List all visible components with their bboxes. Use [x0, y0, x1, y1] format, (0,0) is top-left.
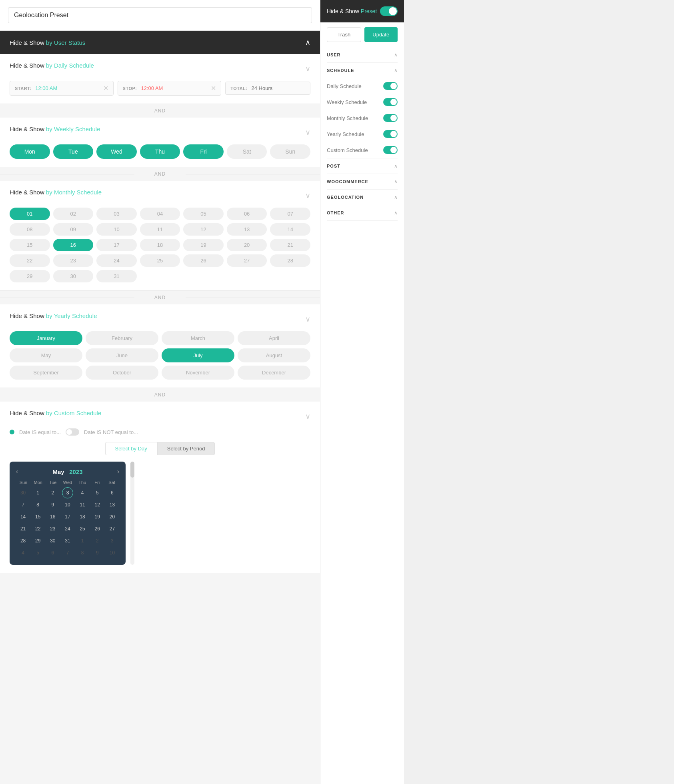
- nav-section-other[interactable]: OTHER∧: [320, 205, 404, 220]
- monthly-schedule-collapse-icon[interactable]: ∨: [305, 191, 310, 200]
- cal-cell-11[interactable]: 11: [77, 499, 88, 510]
- month-day-btn-13[interactable]: 13: [227, 223, 267, 236]
- cal-cell-25[interactable]: 25: [77, 523, 88, 534]
- preset-toggle-switch[interactable]: [380, 6, 398, 16]
- nav-item-toggle-weekly-schedule[interactable]: [383, 98, 398, 106]
- cal-cell-15[interactable]: 15: [32, 511, 44, 522]
- cal-cell-20[interactable]: 20: [106, 511, 118, 522]
- year-month-btn-september[interactable]: September: [10, 366, 82, 380]
- cal-cell-17[interactable]: 17: [62, 511, 73, 522]
- nav-item-toggle-monthly-schedule[interactable]: [383, 114, 398, 122]
- month-day-btn-27[interactable]: 27: [227, 254, 267, 267]
- nav-section-woocommerce[interactable]: WOOCOMMERCE∧: [320, 174, 404, 189]
- month-day-btn-15[interactable]: 15: [10, 239, 50, 251]
- cal-cell-31[interactable]: 31: [62, 535, 73, 546]
- nav-section-user[interactable]: USER∧: [320, 47, 404, 62]
- day-btn-mon[interactable]: Mon: [10, 144, 50, 159]
- cal-cell-3[interactable]: 3: [106, 535, 118, 546]
- nav-item-toggle-yearly-schedule[interactable]: [383, 130, 398, 138]
- stop-clear-icon[interactable]: ✕: [211, 84, 216, 92]
- calendar-scrollbar[interactable]: [130, 462, 134, 565]
- cal-cell-9[interactable]: 9: [92, 547, 103, 558]
- nav-section-post[interactable]: POST∧: [320, 158, 404, 174]
- month-day-btn-18[interactable]: 18: [140, 239, 180, 251]
- month-day-btn-05[interactable]: 05: [183, 208, 224, 220]
- year-month-btn-march[interactable]: March: [162, 331, 234, 345]
- cal-cell-21[interactable]: 21: [18, 523, 29, 534]
- weekly-schedule-collapse-icon[interactable]: ∨: [305, 128, 310, 137]
- cal-cell-1[interactable]: 1: [77, 535, 88, 546]
- month-day-btn-12[interactable]: 12: [183, 223, 224, 236]
- select-by-day-tab[interactable]: Select by Day: [105, 442, 157, 455]
- cal-cell-18[interactable]: 18: [77, 511, 88, 522]
- month-day-btn-21[interactable]: 21: [270, 239, 310, 251]
- user-status-section-header[interactable]: Hide & Show by User Status ∧: [0, 31, 320, 54]
- custom-schedule-collapse-icon[interactable]: ∨: [305, 412, 310, 421]
- date-equal-toggle[interactable]: [66, 428, 79, 436]
- month-day-btn-22[interactable]: 22: [10, 254, 50, 267]
- month-day-btn-23[interactable]: 23: [53, 254, 94, 267]
- cal-cell-8[interactable]: 8: [32, 499, 44, 510]
- month-day-btn-20[interactable]: 20: [227, 239, 267, 251]
- month-day-btn-16[interactable]: 16: [53, 239, 94, 251]
- day-btn-wed[interactable]: Wed: [96, 144, 137, 159]
- year-month-btn-january[interactable]: January: [10, 331, 82, 345]
- cal-cell-14[interactable]: 14: [18, 511, 29, 522]
- month-day-btn-26[interactable]: 26: [183, 254, 224, 267]
- day-btn-sun[interactable]: Sun: [270, 144, 310, 159]
- month-day-btn-17[interactable]: 17: [96, 239, 137, 251]
- stop-time-field[interactable]: STOP: 12:00 AM ✕: [118, 81, 222, 96]
- cal-cell-24[interactable]: 24: [62, 523, 73, 534]
- month-day-btn-19[interactable]: 19: [183, 239, 224, 251]
- cal-cell-2[interactable]: 2: [47, 487, 58, 498]
- month-day-btn-03[interactable]: 03: [96, 208, 137, 220]
- start-time-field[interactable]: START: 12:00 AM ✕: [10, 81, 114, 96]
- select-by-period-tab[interactable]: Select by Period: [157, 442, 215, 455]
- month-day-btn-14[interactable]: 14: [270, 223, 310, 236]
- yearly-schedule-collapse-icon[interactable]: ∨: [305, 315, 310, 324]
- month-day-btn-08[interactable]: 08: [10, 223, 50, 236]
- nav-section-schedule[interactable]: SCHEDULE∧: [320, 63, 404, 78]
- cal-cell-8[interactable]: 8: [77, 547, 88, 558]
- cal-cell-13[interactable]: 13: [106, 499, 118, 510]
- year-month-btn-july[interactable]: July: [162, 348, 234, 362]
- cal-cell-6[interactable]: 6: [47, 547, 58, 558]
- cal-cell-4[interactable]: 4: [18, 547, 29, 558]
- cal-cell-9[interactable]: 9: [47, 499, 58, 510]
- cal-cell-28[interactable]: 28: [18, 535, 29, 546]
- nav-item-toggle-custom-schedule[interactable]: [383, 146, 398, 154]
- cal-cell-5[interactable]: 5: [32, 547, 44, 558]
- cal-cell-7[interactable]: 7: [62, 547, 73, 558]
- year-month-btn-october[interactable]: October: [86, 366, 158, 380]
- year-month-btn-december[interactable]: December: [238, 366, 310, 380]
- cal-cell-23[interactable]: 23: [47, 523, 58, 534]
- cal-cell-3[interactable]: 3: [62, 487, 73, 498]
- cal-cell-1[interactable]: 1: [32, 487, 44, 498]
- month-day-btn-09[interactable]: 09: [53, 223, 94, 236]
- cal-cell-19[interactable]: 19: [92, 511, 103, 522]
- day-btn-thu[interactable]: Thu: [140, 144, 180, 159]
- month-day-btn-10[interactable]: 10: [96, 223, 137, 236]
- year-month-btn-june[interactable]: June: [86, 348, 158, 362]
- year-month-btn-november[interactable]: November: [162, 366, 234, 380]
- cal-cell-29[interactable]: 29: [32, 535, 44, 546]
- cal-cell-7[interactable]: 7: [18, 499, 29, 510]
- month-day-btn-24[interactable]: 24: [96, 254, 137, 267]
- calendar-scrollbar-thumb[interactable]: [130, 462, 134, 478]
- cal-cell-2[interactable]: 2: [92, 535, 103, 546]
- cal-cell-6[interactable]: 6: [106, 487, 118, 498]
- cal-cell-5[interactable]: 5: [92, 487, 103, 498]
- month-day-btn-02[interactable]: 02: [53, 208, 94, 220]
- year-month-btn-august[interactable]: August: [238, 348, 310, 362]
- cal-cell-10[interactable]: 10: [106, 547, 118, 558]
- cal-cell-22[interactable]: 22: [32, 523, 44, 534]
- month-day-btn-07[interactable]: 07: [270, 208, 310, 220]
- month-day-btn-04[interactable]: 04: [140, 208, 180, 220]
- cal-cell-30[interactable]: 30: [18, 487, 29, 498]
- year-month-btn-may[interactable]: May: [10, 348, 82, 362]
- day-btn-sat[interactable]: Sat: [227, 144, 267, 159]
- cal-cell-4[interactable]: 4: [77, 487, 88, 498]
- month-day-btn-01[interactable]: 01: [10, 208, 50, 220]
- cal-next-button[interactable]: ›: [117, 468, 119, 475]
- start-clear-icon[interactable]: ✕: [103, 84, 108, 92]
